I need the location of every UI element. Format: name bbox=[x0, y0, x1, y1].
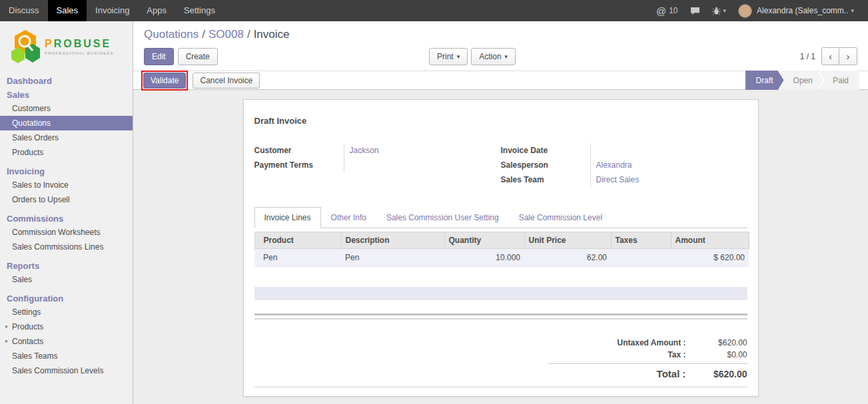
sidebar-item-commission-worksheets[interactable]: Commission Worksheets bbox=[0, 225, 133, 240]
menu-sales[interactable]: Sales bbox=[48, 0, 87, 21]
sidebar-item-orders-to-upsell[interactable]: Orders to Upsell bbox=[0, 192, 133, 207]
breadcrumb: Quotations/SO008/Invoice bbox=[144, 28, 857, 41]
breadcrumb-quotations[interactable]: Quotations bbox=[144, 28, 199, 41]
sidebar-item-config-contacts[interactable]: ▸Contacts bbox=[0, 334, 133, 349]
table-row[interactable]: Pen Pen 10.000 62.00 $ 620.00 bbox=[254, 249, 749, 267]
statusbar: Validate Cancel Invoice Draft Open Paid bbox=[133, 71, 868, 90]
breadcrumb-so008[interactable]: SO008 bbox=[209, 28, 244, 41]
section-separator bbox=[254, 313, 747, 319]
menu-apps[interactable]: Apps bbox=[138, 0, 175, 21]
sidebar-item-reports-sales[interactable]: Sales bbox=[0, 272, 133, 287]
form-view-area: Draft Invoice Customer Jackson Payment T… bbox=[133, 90, 868, 404]
invoice-date-value[interactable] bbox=[591, 143, 596, 158]
column-header-unit-price[interactable]: Unit Price bbox=[524, 232, 611, 249]
sidebar-section-invoicing: Invoicing Sales to Invoice Orders to Ups… bbox=[0, 165, 133, 207]
mentions-button[interactable]: @ 10 bbox=[650, 5, 684, 17]
pager: ‹ › bbox=[821, 47, 857, 65]
validate-button[interactable]: Validate bbox=[143, 73, 186, 89]
sidebar-item-sales-to-invoice[interactable]: Sales to Invoice bbox=[0, 178, 133, 192]
cell-unit-price: 62.00 bbox=[524, 249, 611, 267]
expand-arrow-icon[interactable]: ▸ bbox=[5, 337, 9, 344]
sidebar: PROBUSE PROFESSIONAL BUSINESS Dashboard … bbox=[0, 21, 133, 404]
table-header-row: Product Description Quantity Unit Price … bbox=[254, 232, 749, 249]
cell-quantity: 10.000 bbox=[444, 249, 524, 267]
sidebar-section-sales: Sales Customers Quotations Sales Orders … bbox=[0, 89, 133, 160]
total-label: Total : bbox=[657, 368, 686, 379]
debug-menu-button[interactable]: ▾ bbox=[706, 7, 733, 15]
main-area: Quotations/SO008/Invoice Edit Create Pri… bbox=[133, 21, 868, 404]
sidebar-item-label: Products bbox=[12, 322, 43, 331]
chevron-down-icon: ▾ bbox=[505, 53, 508, 60]
chevron-left-icon: ‹ bbox=[829, 51, 832, 62]
sidebar-item-dashboard[interactable]: Dashboard bbox=[0, 75, 133, 87]
status-open[interactable]: Open bbox=[779, 71, 823, 90]
tax-row: Tax : $0.00 bbox=[548, 349, 747, 361]
tab-invoice-lines[interactable]: Invoice Lines bbox=[254, 207, 321, 228]
sales-team-value[interactable]: Direct Sales bbox=[591, 172, 640, 187]
logo-title: PROBUSE bbox=[45, 38, 114, 50]
menu-discuss[interactable]: Discuss bbox=[0, 0, 48, 21]
sidebar-item-reports[interactable]: Reports bbox=[0, 260, 133, 272]
sidebar-item-config-settings[interactable]: Settings bbox=[0, 305, 133, 319]
salesperson-label: Salesperson bbox=[501, 158, 591, 172]
mention-at-icon: @ bbox=[656, 5, 666, 17]
menu-invoicing[interactable]: Invoicing bbox=[87, 0, 138, 21]
salesperson-value[interactable]: Alexandra bbox=[591, 158, 632, 172]
field-group-right: Invoice Date Salesperson Alexandra Sales… bbox=[501, 143, 747, 187]
tax-label: Tax : bbox=[667, 350, 685, 359]
messages-button[interactable] bbox=[684, 7, 706, 15]
column-header-product[interactable]: Product bbox=[254, 232, 341, 249]
column-header-description[interactable]: Description bbox=[341, 232, 444, 249]
invoice-lines-table: Product Description Quantity Unit Price … bbox=[254, 232, 749, 267]
logo-text: PROBUSE PROFESSIONAL BUSINESS bbox=[45, 38, 114, 55]
sidebar-item-quotations[interactable]: Quotations bbox=[0, 116, 133, 130]
tax-value: $0.00 bbox=[686, 350, 747, 359]
sidebar-item-sales-commissions-lines[interactable]: Sales Commissions Lines bbox=[0, 240, 133, 254]
sidebar-item-commissions[interactable]: Commissions bbox=[0, 212, 133, 225]
action-dropdown[interactable]: Action ▾ bbox=[471, 48, 516, 65]
tab-other-info[interactable]: Other Info bbox=[321, 207, 376, 228]
top-menu: Discuss Sales Invoicing Apps Settings bbox=[0, 0, 224, 21]
expand-arrow-icon[interactable]: ▸ bbox=[5, 323, 9, 329]
cell-amount: $ 620.00 bbox=[671, 249, 749, 267]
user-menu[interactable]: Alexandra (Sales_comm.. ▾ bbox=[732, 4, 860, 18]
pager-previous-button[interactable]: ‹ bbox=[821, 47, 839, 65]
control-panel: Quotations/SO008/Invoice Edit Create Pri… bbox=[133, 21, 868, 71]
tab-sales-commission-user-setting[interactable]: Sales Commission User Setting bbox=[376, 207, 509, 228]
sidebar-item-invoicing[interactable]: Invoicing bbox=[0, 165, 133, 178]
print-dropdown[interactable]: Print ▾ bbox=[429, 48, 468, 65]
column-header-amount[interactable]: Amount bbox=[671, 232, 749, 249]
sidebar-item-configuration[interactable]: Configuration bbox=[0, 292, 133, 305]
status-draft[interactable]: Draft bbox=[745, 71, 784, 90]
tab-sale-commission-level[interactable]: Sale Commission Level bbox=[509, 207, 612, 228]
mention-count: 10 bbox=[669, 6, 677, 15]
action-label: Action bbox=[479, 52, 501, 61]
sidebar-item-customers[interactable]: Customers bbox=[0, 101, 133, 116]
cancel-invoice-button[interactable]: Cancel Invoice bbox=[193, 73, 260, 89]
column-header-quantity[interactable]: Quantity bbox=[444, 232, 524, 249]
sidebar-item-sales-teams[interactable]: Sales Teams bbox=[0, 349, 133, 363]
pager-counter: 1 / 1 bbox=[800, 52, 815, 61]
untaxed-amount-row: Untaxed Amount : $620.00 bbox=[548, 337, 747, 349]
pager-next-button[interactable]: › bbox=[839, 47, 857, 65]
probuse-logo-icon bbox=[11, 29, 40, 64]
sidebar-item-products[interactable]: Products bbox=[0, 145, 133, 160]
column-header-taxes[interactable]: Taxes bbox=[611, 232, 671, 249]
sidebar-item-sales[interactable]: Sales bbox=[0, 89, 133, 101]
menu-settings[interactable]: Settings bbox=[175, 0, 224, 21]
topbar-right: @ 10 ▾ Alexandra (Sales_comm.. ▾ bbox=[650, 0, 868, 21]
total-row: Total : $620.00 bbox=[548, 363, 747, 381]
cell-product: Pen bbox=[254, 249, 341, 267]
app-logo[interactable]: PROBUSE PROFESSIONAL BUSINESS bbox=[0, 21, 133, 69]
untaxed-amount-label: Untaxed Amount : bbox=[618, 338, 686, 347]
payment-terms-label: Payment Terms bbox=[254, 158, 344, 172]
sidebar-item-sales-commission-levels[interactable]: Sales Commission Levels bbox=[0, 363, 133, 378]
edit-button[interactable]: Edit bbox=[144, 48, 174, 65]
create-button[interactable]: Create bbox=[178, 48, 218, 65]
customer-value[interactable]: Jackson bbox=[344, 143, 379, 158]
payment-terms-value[interactable] bbox=[344, 158, 350, 172]
sidebar-item-sales-orders[interactable]: Sales Orders bbox=[0, 130, 133, 145]
field-payment-terms: Payment Terms bbox=[254, 158, 501, 172]
sidebar-item-config-products[interactable]: ▸Products bbox=[0, 319, 133, 334]
status-paid[interactable]: Paid bbox=[819, 71, 859, 90]
